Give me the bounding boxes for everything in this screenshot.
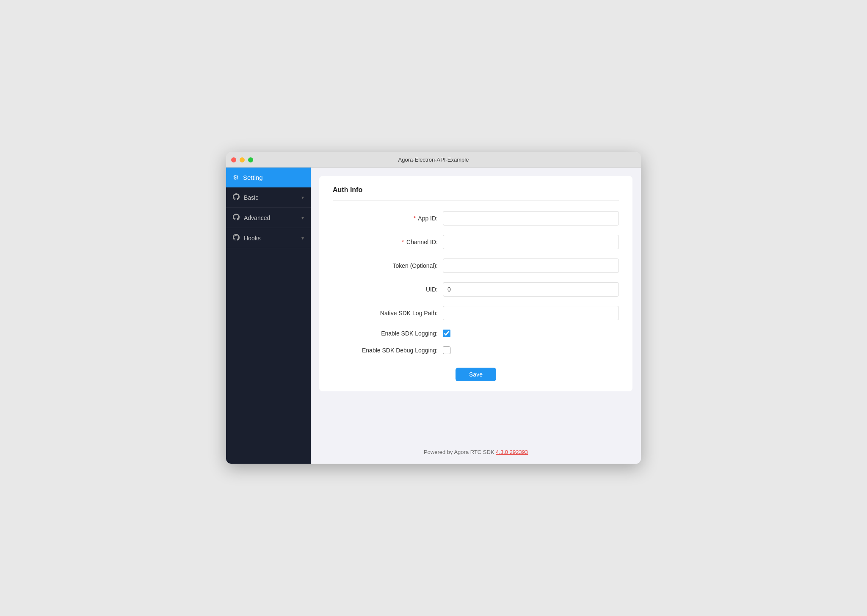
window-title: Agora-Electron-API-Example bbox=[398, 157, 469, 163]
log-path-input[interactable] bbox=[443, 306, 619, 320]
app-id-input[interactable] bbox=[443, 211, 619, 226]
channel-id-label: * Channel ID: bbox=[333, 239, 443, 245]
form-title: Auth Info bbox=[333, 186, 619, 201]
traffic-lights bbox=[231, 157, 253, 162]
sidebar-header: Setting bbox=[226, 168, 311, 187]
github-icon-basic bbox=[233, 193, 240, 201]
sidebar-item-hooks[interactable]: Hooks ▾ bbox=[226, 228, 311, 248]
app-id-label: * App ID: bbox=[333, 215, 443, 222]
form-row-app-id: * App ID: bbox=[333, 211, 619, 226]
channel-id-input[interactable] bbox=[443, 235, 619, 249]
sdk-logging-label: Enable SDK Logging: bbox=[333, 330, 443, 337]
sdk-debug-logging-label: Enable SDK Debug Logging: bbox=[333, 347, 443, 354]
form-card: Auth Info * App ID: * Channel ID: bbox=[319, 176, 632, 391]
github-icon-advanced bbox=[233, 214, 240, 222]
uid-label: UID: bbox=[333, 286, 443, 293]
save-row: Save bbox=[333, 363, 619, 381]
sdk-debug-logging-checkbox-wrapper bbox=[443, 346, 450, 354]
log-path-label: Native SDK Log Path: bbox=[333, 310, 443, 316]
uid-input[interactable] bbox=[443, 282, 619, 297]
sdk-logging-checkbox[interactable] bbox=[443, 330, 450, 337]
chevron-down-icon-basic: ▾ bbox=[301, 195, 304, 201]
form-row-uid: UID: bbox=[333, 282, 619, 297]
sidebar-item-advanced[interactable]: Advanced ▾ bbox=[226, 208, 311, 228]
sidebar-item-hooks-label: Hooks bbox=[244, 235, 261, 242]
required-star-app-id: * bbox=[414, 215, 416, 222]
sidebar-item-advanced-label: Advanced bbox=[244, 214, 270, 221]
footer: Powered by Agora RTC SDK 4.3.0 292393 bbox=[311, 440, 641, 464]
title-bar: Agora-Electron-API-Example bbox=[226, 152, 641, 168]
save-button[interactable]: Save bbox=[456, 368, 496, 381]
chevron-down-icon-advanced: ▾ bbox=[301, 215, 304, 221]
sidebar-header-label: Setting bbox=[243, 174, 263, 181]
minimize-button[interactable] bbox=[240, 157, 245, 162]
required-star-channel-id: * bbox=[402, 239, 404, 245]
token-label: Token (Optional): bbox=[333, 262, 443, 269]
sidebar-item-basic[interactable]: Basic ▾ bbox=[226, 187, 311, 208]
form-row-channel-id: * Channel ID: bbox=[333, 235, 619, 249]
sidebar: Setting Basic ▾ bbox=[226, 168, 311, 464]
form-row-sdk-debug-logging: Enable SDK Debug Logging: bbox=[333, 346, 619, 354]
footer-text: Powered by Agora RTC SDK bbox=[424, 449, 496, 455]
close-button[interactable] bbox=[231, 157, 236, 162]
sdk-logging-checkbox-wrapper bbox=[443, 330, 450, 337]
form-row-token: Token (Optional): bbox=[333, 258, 619, 273]
sidebar-item-basic-label: Basic bbox=[244, 194, 258, 201]
content-area: Auth Info * App ID: * Channel ID: bbox=[311, 168, 641, 440]
main-content: Auth Info * App ID: * Channel ID: bbox=[311, 168, 641, 464]
maximize-button[interactable] bbox=[248, 157, 253, 162]
github-icon-hooks bbox=[233, 234, 240, 242]
app-window: Agora-Electron-API-Example Setting Basic… bbox=[226, 152, 641, 464]
chevron-down-icon-hooks: ▾ bbox=[301, 235, 304, 241]
form-row-sdk-logging: Enable SDK Logging: bbox=[333, 330, 619, 337]
gear-icon bbox=[233, 173, 239, 182]
token-input[interactable] bbox=[443, 258, 619, 273]
sdk-debug-logging-checkbox[interactable] bbox=[443, 346, 450, 354]
app-body: Setting Basic ▾ bbox=[226, 168, 641, 464]
footer-version: 4.3.0 292393 bbox=[496, 449, 528, 455]
form-row-log-path: Native SDK Log Path: bbox=[333, 306, 619, 320]
